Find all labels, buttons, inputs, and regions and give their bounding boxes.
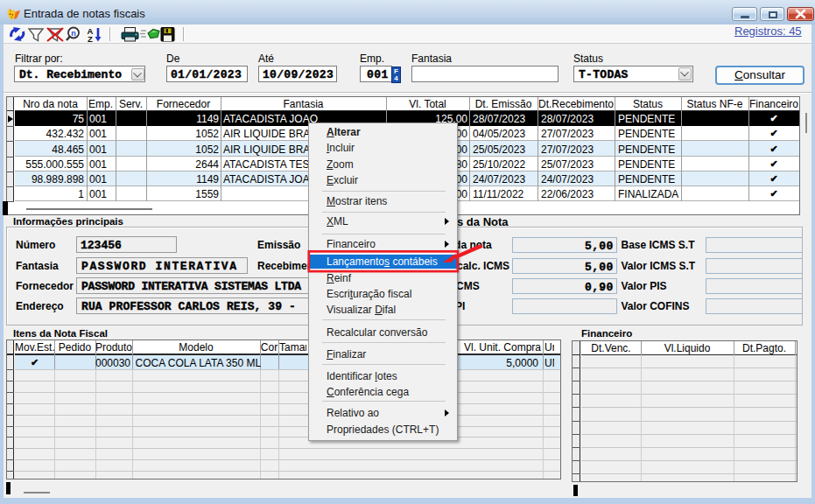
svg-text:Z: Z — [88, 34, 93, 44]
svg-text:n: n — [71, 29, 76, 38]
